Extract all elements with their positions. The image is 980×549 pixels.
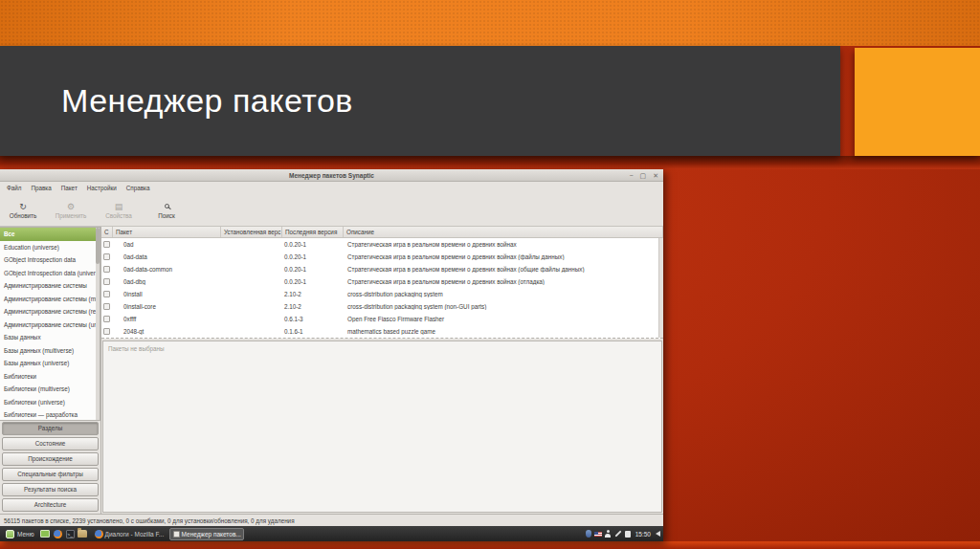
mint-logo-icon bbox=[6, 530, 14, 538]
toolbar-label: Применить bbox=[56, 212, 87, 219]
column-header[interactable]: Установленная верс bbox=[221, 227, 282, 237]
task-button[interactable]: Менеджер пакетов... bbox=[169, 528, 244, 540]
sidebar-section[interactable]: Education (universe) bbox=[0, 241, 100, 254]
sidebar-filter-buttons: РазделыСостояниеПроисхождениеСпециальные… bbox=[0, 421, 100, 515]
system-tray bbox=[586, 530, 631, 538]
package-checkbox[interactable] bbox=[103, 278, 110, 285]
task-button-area: Диалоги - Mozilla F...Менеджер пакетов..… bbox=[91, 528, 244, 540]
synaptic-icon bbox=[173, 531, 180, 538]
column-header[interactable]: С bbox=[101, 227, 113, 237]
shield-icon[interactable] bbox=[586, 530, 591, 538]
launcher-files[interactable] bbox=[78, 529, 88, 539]
latest-version: 0.0.20-1 bbox=[282, 278, 344, 285]
sidebar-section[interactable]: Администрирование системы bbox=[0, 279, 100, 293]
table-row[interactable]: 0ad0.0.20-1Стратегическая игра в реально… bbox=[101, 238, 663, 251]
package-checkbox[interactable] bbox=[103, 266, 110, 273]
minimize-button[interactable]: − bbox=[629, 172, 633, 179]
latest-version: 0.1.6-1 bbox=[282, 328, 344, 335]
table-row[interactable]: 0ad-dbg0.0.20-1Стратегическая игра в реа… bbox=[101, 275, 663, 288]
toolbar-search-button[interactable]: Поиск bbox=[147, 195, 186, 224]
launcher-firefox[interactable] bbox=[53, 529, 63, 539]
package-pane: СПакетУстановленная версПоследняя версия… bbox=[101, 227, 663, 514]
launcher-show-desktop[interactable] bbox=[40, 529, 51, 539]
volume-icon[interactable] bbox=[656, 531, 660, 537]
column-header[interactable]: Описание bbox=[344, 227, 663, 237]
filter-button-состояние[interactable]: Состояние bbox=[2, 437, 99, 451]
menu-файл[interactable]: Файл bbox=[2, 185, 26, 191]
mint-menu-button[interactable]: Меню bbox=[3, 528, 37, 540]
sidebar-scrollbar[interactable] bbox=[96, 228, 100, 420]
sidebar-section[interactable]: Базы данных (multiverse) bbox=[0, 344, 100, 358]
sidebar-scrollbar-thumb[interactable] bbox=[96, 228, 100, 264]
toolbar-properties-button: ▤Свойства bbox=[100, 195, 138, 224]
document-icon[interactable] bbox=[625, 531, 631, 538]
sidebar-section[interactable]: Базы данных bbox=[0, 331, 100, 344]
page-title: Менеджер пакетов bbox=[0, 82, 353, 120]
filter-button-результаты-поиска[interactable]: Результаты поиска bbox=[2, 483, 99, 497]
sidebar: ВсеEducation (universe)GObject Introspec… bbox=[0, 227, 101, 514]
section-list[interactable]: ВсеEducation (universe)GObject Introspec… bbox=[0, 227, 100, 421]
window-titlebar[interactable]: Менеджер пакетов Synaptic −▢✕ bbox=[0, 169, 663, 182]
toolbar: ↻Обновить⚙Применить▤СвойстваПоиск bbox=[0, 193, 663, 227]
us-flag-icon[interactable] bbox=[594, 532, 602, 537]
checkbox-cell bbox=[101, 316, 113, 322]
maximize-button[interactable]: ▢ bbox=[640, 172, 647, 179]
package-table[interactable]: 0ad0.0.20-1Стратегическая игра в реально… bbox=[101, 238, 663, 339]
menu-настройки[interactable]: Настройки bbox=[82, 185, 122, 191]
filter-button-происхождение[interactable]: Происхождение bbox=[2, 452, 99, 467]
menu-пакет[interactable]: Пакет bbox=[56, 185, 82, 191]
sidebar-section[interactable]: Библиотеки (multiverse) bbox=[0, 383, 100, 396]
sidebar-section[interactable]: Базы данных (universe) bbox=[0, 357, 100, 370]
menu-правка[interactable]: Правка bbox=[26, 185, 56, 191]
package-checkbox[interactable] bbox=[103, 291, 110, 297]
package-checkbox[interactable] bbox=[103, 316, 110, 322]
desktop-screenshot: Менеджер пакетов Synaptic −▢✕ ФайлПравка… bbox=[0, 169, 663, 541]
package-checkbox[interactable] bbox=[103, 253, 110, 260]
sidebar-section[interactable]: Администрирование системы (universe) bbox=[0, 318, 100, 332]
package-description: Open Free Fiasco Firmware Flasher bbox=[344, 316, 663, 322]
filter-button-специальные-фильтры[interactable]: Специальные фильтры bbox=[2, 468, 99, 482]
table-row[interactable]: 0install2.10-2cross-distribution packagi… bbox=[101, 288, 663, 300]
task-button-label: Менеджер пакетов... bbox=[182, 531, 241, 538]
latest-version: 0.0.20-1 bbox=[282, 253, 344, 260]
table-row[interactable]: 0install-core2.10-2cross-distribution pa… bbox=[101, 300, 663, 313]
sidebar-section[interactable]: Администрирование системы (restricted) bbox=[0, 305, 100, 318]
sidebar-section[interactable]: Все bbox=[0, 228, 100, 241]
toolbar-label: Поиск bbox=[158, 212, 174, 219]
toolbar-refresh-button[interactable]: ↻Обновить bbox=[4, 195, 42, 224]
table-row[interactable]: 2048-qt0.1.6-1mathematics based puzzle g… bbox=[101, 325, 663, 338]
package-checkbox[interactable] bbox=[103, 241, 110, 248]
user-icon[interactable] bbox=[605, 530, 612, 538]
filter-button-разделы[interactable]: Разделы bbox=[2, 422, 99, 436]
column-header[interactable]: Последняя версия bbox=[282, 227, 344, 237]
sidebar-section[interactable]: GObject Introspection data (universe) bbox=[0, 267, 100, 280]
checkbox-cell bbox=[101, 303, 113, 310]
filter-button-architecture[interactable]: Architecture bbox=[2, 498, 99, 513]
latest-version: 0.0.20-1 bbox=[282, 266, 344, 273]
table-row[interactable]: 0ad-data-common0.0.20-1Стратегическая иг… bbox=[101, 263, 663, 275]
package-name: 0ad-dbg bbox=[113, 278, 221, 285]
sidebar-section[interactable]: Библиотеки bbox=[0, 370, 100, 384]
column-header[interactable]: Пакет bbox=[113, 227, 221, 237]
menu-справка[interactable]: Справка bbox=[122, 185, 155, 191]
toolbar-label: Свойства bbox=[105, 212, 132, 219]
table-row[interactable]: 0ad-data0.0.20-1Стратегическая игра в ре… bbox=[101, 251, 663, 263]
refresh-icon: ↻ bbox=[19, 201, 27, 212]
package-description: cross-distribution packaging system bbox=[344, 291, 663, 297]
table-row[interactable]: 0xffff0.6.1-3Open Free Fiasco Firmware F… bbox=[101, 313, 663, 325]
close-button[interactable]: ✕ bbox=[653, 172, 658, 179]
pencil-icon[interactable] bbox=[614, 530, 621, 537]
clock[interactable]: 15:50 bbox=[634, 531, 653, 538]
sidebar-section[interactable]: GObject Introspection data bbox=[0, 253, 100, 267]
launcher-area: >_ bbox=[40, 529, 88, 539]
task-button[interactable]: Диалоги - Mozilla F... bbox=[91, 528, 166, 540]
launcher-terminal[interactable]: >_ bbox=[65, 529, 76, 539]
decorative-orange-square bbox=[855, 48, 980, 156]
sidebar-section[interactable]: Библиотеки — разработка bbox=[0, 408, 100, 421]
package-checkbox[interactable] bbox=[103, 303, 110, 310]
sidebar-section[interactable]: Библиотеки (universe) bbox=[0, 396, 100, 409]
sidebar-section[interactable]: Администрирование системы (multiverse) bbox=[0, 293, 100, 306]
window-controls: −▢✕ bbox=[629, 169, 658, 181]
table-scrollbar[interactable] bbox=[658, 238, 663, 338]
package-checkbox[interactable] bbox=[103, 328, 110, 335]
